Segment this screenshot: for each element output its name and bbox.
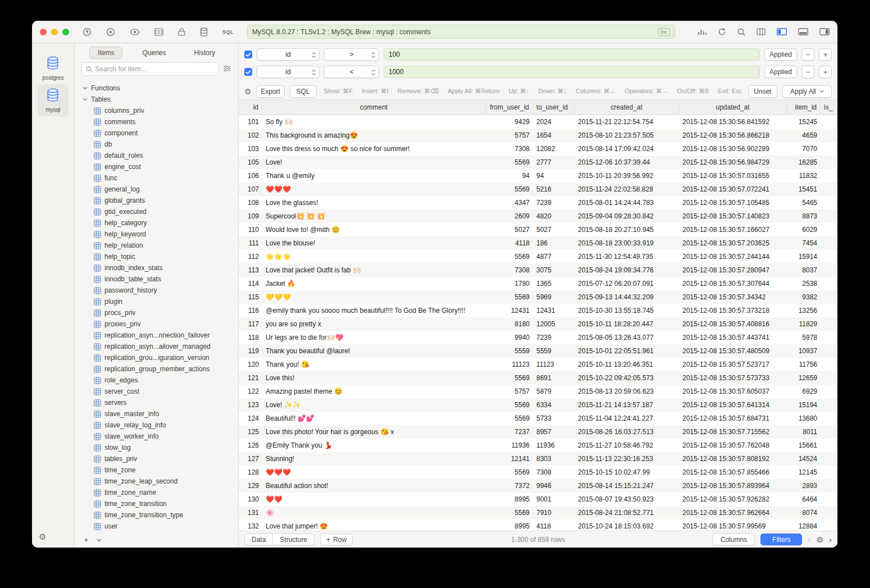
search-input[interactable] xyxy=(95,65,214,73)
apply-all-button[interactable]: Apply All xyxy=(782,85,832,98)
filter-add-button[interactable]: + xyxy=(819,48,832,61)
table-row[interactable]: 126@Emily Thank you 💃11936119362015-11-2… xyxy=(239,439,837,452)
filter-value-input[interactable]: 100 xyxy=(384,48,760,61)
sidebar-table-item[interactable]: replication_asyn...nnection_failover xyxy=(75,330,238,341)
page-settings-gear-icon[interactable]: ⚙ xyxy=(816,535,823,544)
sidebar-table-item[interactable]: component xyxy=(75,127,238,139)
table-row[interactable]: 119Thank you beautiful @laurel5559555920… xyxy=(239,344,837,358)
view-columns-icon[interactable] xyxy=(757,28,766,35)
sidebar-table-item[interactable]: db xyxy=(75,139,238,150)
filter-column-select[interactable]: id xyxy=(257,66,320,78)
table-row[interactable]: 116@emily thank you soooo much beautiful… xyxy=(239,304,837,317)
connection-title-field[interactable]: MySQL 8.0.27 : TLSv1.2 : MySQL Brew : my… xyxy=(247,25,675,39)
filter-remove-button[interactable]: − xyxy=(801,66,814,78)
table-row[interactable]: 102This background is amazing😍5757165420… xyxy=(239,129,837,142)
filter-enabled-checkbox[interactable] xyxy=(244,68,252,76)
table-row[interactable]: 105Love!556927772015-12-06 10:37:39.4420… xyxy=(239,156,837,169)
sidebar-table-item[interactable]: columns_priv xyxy=(75,105,238,116)
table-row[interactable]: 131🌸556979102015-08-24 21:08:52.7712015-… xyxy=(239,506,837,519)
rows-list-icon[interactable] xyxy=(154,28,163,36)
sidebar-table-item[interactable]: plugin xyxy=(75,296,238,307)
filter-applied-button[interactable]: Applied xyxy=(764,48,797,61)
table-row[interactable]: 106Thank u @emily94942015-10-11 20:39:56… xyxy=(239,169,837,183)
sql-button[interactable]: SQL xyxy=(290,85,317,98)
connection-icon[interactable] xyxy=(83,28,92,37)
sidebar-table-item[interactable]: replication_grou...iguration_version xyxy=(75,352,238,363)
sidebar-table-item[interactable]: slave_master_info xyxy=(75,408,238,420)
sidebar-table-item[interactable]: server_cost xyxy=(75,386,238,397)
unset-button[interactable]: Unset xyxy=(748,85,777,98)
sidebar-table-item[interactable]: tables_priv xyxy=(75,453,238,464)
add-row-button[interactable]: + Row xyxy=(320,534,353,545)
sidebar-table-item[interactable]: default_roles xyxy=(75,150,238,161)
zoom-button[interactable] xyxy=(62,29,69,35)
database-icon[interactable] xyxy=(200,28,208,37)
refresh-icon[interactable] xyxy=(718,28,726,36)
column-header[interactable]: comment xyxy=(262,100,486,115)
table-row[interactable]: 121Love this!556986912015-10-22 09:42:05… xyxy=(239,371,837,385)
sidebar-table-item[interactable]: help_relation xyxy=(75,240,238,251)
sidebar-table-item[interactable]: time_zone_transition xyxy=(75,498,238,509)
table-row[interactable]: 107❤️❤️❤️556952162015-11-24 22:02:58.828… xyxy=(239,183,837,196)
table-row[interactable]: 124Beautiful!! 💕💕556957332015-11-04 12:2… xyxy=(239,412,837,425)
sidebar-table-item[interactable]: innodb_index_stats xyxy=(75,262,238,274)
table-row[interactable]: 130❤️❤️899590012015-08-07 19:43:50.92320… xyxy=(239,493,837,506)
column-header[interactable]: from_user_id xyxy=(486,100,533,115)
next-page-icon[interactable]: › xyxy=(829,535,832,544)
sidebar-table-item[interactable]: help_topic xyxy=(75,251,238,262)
sidebar-table-item[interactable]: time_zone_leap_second xyxy=(75,476,238,487)
sidebar-table-item[interactable]: func xyxy=(75,172,238,184)
filter-value-input[interactable]: 1000 xyxy=(384,66,760,78)
table-row[interactable]: 101So fly 🙌🏻942920242015-11-21 22:12:54.… xyxy=(239,115,837,129)
settings-gear-icon[interactable]: ⚙ xyxy=(39,532,46,542)
sidebar-table-item[interactable]: engine_cost xyxy=(75,161,238,172)
sidebar-table-item[interactable]: time_zone_transition_type xyxy=(75,509,238,521)
column-header[interactable]: is_ xyxy=(821,100,837,115)
table-row[interactable]: 113Love that jacket! Outfit is fab 🙌🏻730… xyxy=(239,263,837,277)
sort-options-icon[interactable] xyxy=(223,64,231,74)
sidebar-table-item[interactable]: replication_group_member_actions xyxy=(75,363,238,375)
sql-editor-icon[interactable]: SQL xyxy=(222,29,234,35)
sidebar-tab[interactable]: Queries xyxy=(134,47,174,59)
structure-tab[interactable]: Structure xyxy=(272,534,314,545)
table-row[interactable]: 111Love the blouse!41181862015-08-18 23:… xyxy=(239,236,837,250)
connection-item[interactable]: mysql xyxy=(38,84,68,116)
filter-operator-select[interactable]: > xyxy=(324,48,379,61)
table-row[interactable]: 122Amazing pastel theme 😊575758792015-08… xyxy=(239,385,837,398)
sidebar-table-item[interactable]: help_category xyxy=(75,217,238,229)
column-header[interactable]: updated_at xyxy=(679,100,787,115)
column-header[interactable]: id xyxy=(239,100,262,115)
sidebar-table-item[interactable]: gtid_executed xyxy=(75,206,238,217)
table-row[interactable]: 112🌟🌟🌟556948772015-11-30 12:54:49.735201… xyxy=(239,250,837,263)
columns-button[interactable]: Columns xyxy=(712,534,755,545)
table-row[interactable]: 110Would love to! @mith 😊502750272015-08… xyxy=(239,223,837,236)
sidebar-table-item[interactable]: comments xyxy=(75,116,238,127)
sidebar-table-item[interactable]: time_zone_name xyxy=(75,487,238,498)
filter-applied-button[interactable]: Applied xyxy=(764,66,797,78)
sidebar-table-item[interactable]: slave_worker_info xyxy=(75,431,238,442)
sidebar-table-item[interactable]: help_keyword xyxy=(75,229,238,240)
lock-icon[interactable] xyxy=(178,28,185,36)
table-row[interactable]: 108Love the glasses!434772392015-08-01 1… xyxy=(239,196,837,209)
tables-section[interactable]: Tables xyxy=(75,94,238,105)
close-button[interactable] xyxy=(40,29,47,35)
sidebar-table-item[interactable]: time_zone xyxy=(75,464,238,476)
table-row[interactable]: 123Love! ✨✨556963342015-11-21 14:13:57.1… xyxy=(239,398,837,412)
table-row[interactable]: 129Beautiful action shot!737299462015-08… xyxy=(239,479,837,493)
table-row[interactable]: 120Thank you! 😘11123111232015-10-11 13:2… xyxy=(239,358,837,371)
sidebar-table-item[interactable]: replication_asyn...ailover_managed xyxy=(75,341,238,352)
filter-operator-select[interactable]: < xyxy=(324,66,379,78)
sidebar-table-item[interactable]: slow_log xyxy=(75,442,238,453)
add-item-button[interactable]: + xyxy=(84,535,89,544)
connection-item[interactable]: postgres xyxy=(38,52,68,84)
sidebar-table-item[interactable]: innodb_table_stats xyxy=(75,274,238,285)
sidebar-table-item[interactable]: servers xyxy=(75,397,238,408)
column-header[interactable]: item_id xyxy=(787,100,821,115)
chart-icon[interactable] xyxy=(698,28,707,36)
sidebar-table-item[interactable]: proxies_priv xyxy=(75,318,238,330)
sidebar-table-item[interactable]: procs_priv xyxy=(75,307,238,318)
previous-page-icon[interactable]: ‹ xyxy=(808,535,810,544)
table-row[interactable]: 128❤️❤️❤️556973082015-10-15 10:02:47.992… xyxy=(239,466,837,479)
minimize-button[interactable] xyxy=(51,29,58,35)
filter-add-button[interactable]: + xyxy=(819,66,832,78)
